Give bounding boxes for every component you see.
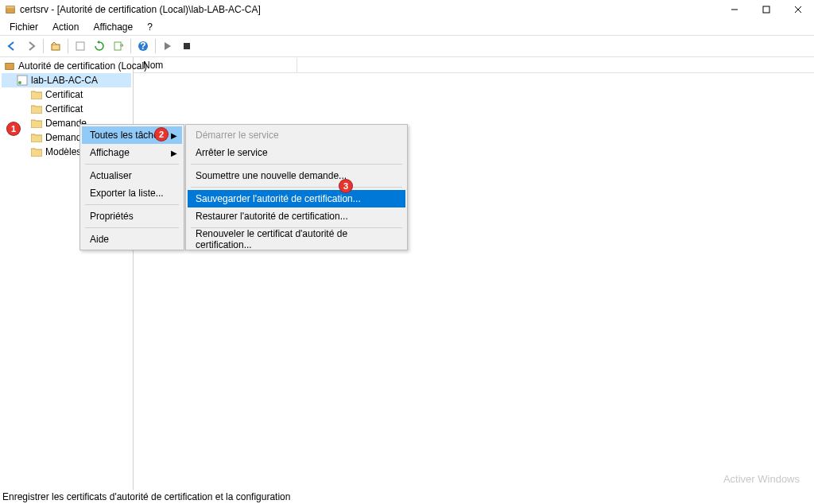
forward-button[interactable] (22, 37, 40, 55)
maximize-button[interactable] (750, 0, 782, 19)
ctx-restore-ca[interactable]: Restaurer l'autorité de certification... (188, 207, 405, 225)
tree-child-label: Modèles (45, 146, 81, 157)
windows-activation-watermark: Activer Windows (723, 473, 800, 485)
window-title: certsrv - [Autorité de certification (Lo… (20, 4, 261, 15)
callout-badge-2: 2 (154, 127, 169, 142)
status-bar: Enregistrer les certificats d'autorité d… (0, 490, 814, 504)
tree-root[interactable]: Autorité de certification (Local) (2, 59, 131, 73)
ctx-stop-service[interactable]: Arrêter le service (188, 144, 405, 161)
svg-rect-7 (76, 42, 84, 50)
callout-badge-1: 1 (6, 122, 21, 136)
folder-icon (30, 117, 43, 130)
toolbar: ? (0, 35, 814, 57)
toolbar-separator (155, 39, 156, 53)
svg-rect-12 (6, 64, 14, 70)
menu-help[interactable]: ? (141, 20, 158, 34)
tree-child-label: Certificat (45, 103, 83, 114)
ctx-renew-cert[interactable]: Renouveler le certificat d'autorité de c… (188, 231, 405, 248)
content-panel: Nom (134, 57, 814, 490)
menu-bar: Fichier Action Affichage ? (0, 19, 814, 35)
minimize-button[interactable] (719, 0, 750, 19)
context-menu-submenu: Démarrer le service Arrêter le service S… (185, 124, 408, 250)
tree-ca-label: lab-LAB-AC-CA (31, 75, 98, 86)
up-button[interactable] (47, 37, 64, 55)
export-button[interactable] (110, 37, 127, 55)
context-menu-primary: Toutes les tâches ▶ Affichage ▶ Actualis… (79, 124, 184, 250)
toolbar-separator (43, 39, 44, 53)
ctx-backup-ca[interactable]: Sauvegarder l'autorité de certification.… (188, 190, 405, 207)
svg-point-14 (18, 81, 21, 84)
toolbar-separator (130, 39, 131, 53)
submenu-arrow-icon: ▶ (171, 149, 177, 157)
ca-icon (16, 74, 29, 87)
menu-view[interactable]: Affichage (87, 20, 138, 34)
ca-root-icon (3, 60, 16, 72)
context-separator (191, 164, 402, 165)
submenu-arrow-icon: ▶ (171, 131, 177, 140)
ctx-view[interactable]: Affichage ▶ (82, 144, 182, 161)
ctx-help[interactable]: Aide (82, 231, 182, 248)
status-text: Enregistrer les certificats d'autorité d… (2, 491, 290, 502)
app-icon (4, 3, 17, 16)
menu-file[interactable]: Fichier (4, 20, 44, 34)
tree-panel: Autorité de certification (Local) lab-LA… (0, 57, 134, 490)
svg-rect-3 (763, 6, 769, 13)
context-separator (191, 187, 402, 188)
ctx-submit-label: Soumettre une nouvelle demande... (196, 170, 347, 181)
tree-child[interactable]: Certificat (2, 102, 131, 116)
svg-rect-1 (6, 6, 15, 9)
ctx-start-label: Démarrer le service (196, 130, 279, 141)
ctx-view-label: Affichage (90, 147, 130, 158)
svg-rect-11 (184, 43, 190, 49)
menu-action[interactable]: Action (47, 20, 84, 34)
tree-ca-node[interactable]: lab-LAB-AC-CA (2, 73, 131, 87)
back-button[interactable] (3, 37, 21, 55)
folder-icon (30, 88, 43, 101)
ctx-export-label: Exporter la liste... (90, 188, 164, 199)
svg-rect-6 (52, 45, 60, 50)
ctx-renew-label: Renouveler le certificat d'autorité de c… (196, 228, 390, 250)
close-button[interactable] (782, 0, 814, 19)
svg-rect-8 (114, 42, 121, 50)
refresh-button[interactable] (91, 37, 108, 55)
folder-icon (30, 131, 43, 144)
toolbar-separator (68, 39, 68, 53)
window-controls (719, 0, 814, 19)
column-header-nom[interactable]: Nom (138, 58, 297, 72)
ctx-backup-label: Sauvegarder l'autorité de certification.… (196, 193, 361, 204)
tree-child[interactable]: Certificat (2, 87, 131, 102)
help-button[interactable]: ? (134, 37, 152, 55)
ctx-help-label: Aide (90, 234, 109, 245)
tree-root-label: Autorité de certification (Local) (18, 60, 147, 72)
folder-icon (30, 103, 43, 115)
ctx-stop-label: Arrêter le service (196, 147, 268, 158)
svg-text:?: ? (140, 41, 145, 52)
ctx-start-service: Démarrer le service (188, 126, 405, 144)
title-bar: certsrv - [Autorité de certification (Lo… (0, 0, 814, 19)
ctx-restore-label: Restaurer l'autorité de certification... (196, 211, 348, 222)
stop-service-button[interactable] (178, 37, 196, 55)
ctx-export[interactable]: Exporter la liste... (82, 184, 182, 202)
folder-icon (30, 145, 43, 158)
column-header-row: Nom (134, 57, 814, 73)
ctx-refresh[interactable]: Actualiser (82, 167, 182, 184)
ctx-properties[interactable]: Propriétés (82, 207, 182, 225)
ctx-properties-label: Propriétés (90, 211, 134, 222)
context-separator (85, 164, 179, 165)
tree-child-label: Certificat (45, 89, 83, 100)
ctx-refresh-label: Actualiser (90, 170, 132, 181)
start-service-button[interactable] (159, 37, 176, 55)
properties-button[interactable] (72, 37, 89, 55)
context-separator (85, 204, 179, 205)
ctx-submit-request[interactable]: Soumettre une nouvelle demande... (188, 167, 405, 184)
context-separator (85, 227, 179, 228)
main-area: Autorité de certification (Local) lab-LA… (0, 57, 814, 490)
ctx-all-tasks-label: Toutes les tâches (90, 130, 164, 141)
callout-badge-3: 3 (339, 179, 353, 193)
